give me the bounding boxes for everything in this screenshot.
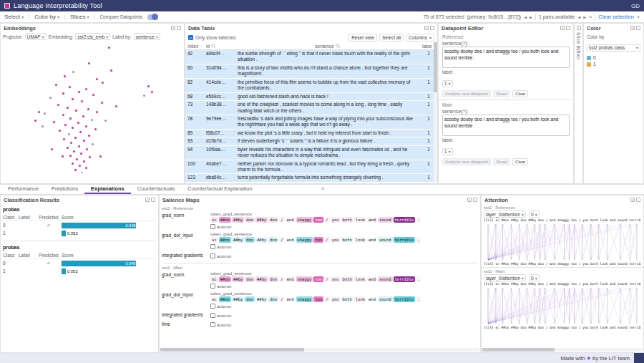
label-select[interactable]: 1 ▾ xyxy=(442,148,453,155)
analyze-datapoint-button[interactable]: Analyze new datapoint xyxy=(442,90,491,97)
scatter-point[interactable] xyxy=(92,143,94,145)
labelby-select[interactable]: sentence ▾ xyxy=(134,33,160,40)
token-chip[interactable]: shaggy xyxy=(296,237,313,243)
token-chip[interactable]: . xyxy=(416,217,421,223)
token-chip[interactable]: / xyxy=(279,296,284,302)
panel-resize-handle[interactable]: ≡ xyxy=(321,185,325,192)
compare-datapoints-toggle[interactable] xyxy=(147,14,158,20)
color-by-select[interactable]: sst2 probas class ▾ xyxy=(587,44,640,52)
token-chip[interactable]: sound xyxy=(378,296,393,302)
scatter-point[interactable] xyxy=(89,156,91,158)
scrollbar-thumb[interactable] xyxy=(160,348,304,352)
token-chip[interactable]: ##oo xyxy=(219,276,231,282)
color-by-menu[interactable]: Color by ▾ xyxy=(34,14,59,20)
clear-selection-button[interactable]: Clear selection xyxy=(598,14,634,20)
scatter-point[interactable] xyxy=(72,127,74,129)
token-chip[interactable]: sc xyxy=(210,237,218,243)
token-chip[interactable]: terrible xyxy=(394,237,416,243)
head-select[interactable]: 0 ▾ xyxy=(529,274,540,281)
only-show-selected-checkbox[interactable]: ✓ xyxy=(188,35,193,40)
scatter-point[interactable] xyxy=(75,110,77,112)
embedding-scatter[interactable] xyxy=(1,41,184,173)
token-chip[interactable]: doo xyxy=(268,237,278,243)
scatter-point[interactable] xyxy=(85,167,87,169)
table-row[interactable]: 789e79ee…fresnadillo 's dark and jolting… xyxy=(185,115,437,130)
popout-icon[interactable]: ↗ xyxy=(145,198,150,202)
table-row[interactable]: 42a9bc9f…the subtle strength of `` ellin… xyxy=(185,50,437,64)
token-chip[interactable]: too xyxy=(313,237,323,243)
token-chip[interactable]: doo xyxy=(245,296,255,302)
autorun-checkbox[interactable] xyxy=(210,284,215,289)
table-row[interactable]: 62414cde…the primitive force of this fil… xyxy=(185,79,437,93)
scatter-point[interactable] xyxy=(67,147,69,149)
token-chip[interactable]: both xyxy=(341,296,353,302)
maximize-icon[interactable] xyxy=(636,198,640,202)
token-chip[interactable]: and xyxy=(286,296,296,302)
scatter-point[interactable] xyxy=(62,92,64,95)
token-chip[interactable]: . xyxy=(416,276,421,282)
scatter-point[interactable] xyxy=(53,121,55,123)
prev-datapoint-icon[interactable]: ◀ xyxy=(524,15,527,19)
scatter-point[interactable] xyxy=(49,97,52,99)
maximize-icon[interactable] xyxy=(566,26,570,30)
scatter-point[interactable] xyxy=(69,117,72,120)
scatter-point[interactable] xyxy=(42,125,44,127)
scatter-point[interactable] xyxy=(72,163,74,165)
scatter-point[interactable] xyxy=(38,111,40,113)
table-row[interactable]: 10040abe7…neither parker nor donovan is … xyxy=(185,160,437,175)
scatter-point[interactable] xyxy=(74,137,77,139)
token-chip[interactable]: ##oo xyxy=(219,237,231,243)
scatter-point[interactable] xyxy=(151,91,153,93)
search-icon[interactable] xyxy=(211,44,216,49)
reset-button[interactable]: Reset xyxy=(493,90,510,97)
search-icon[interactable] xyxy=(200,44,202,49)
token-chip[interactable]: / xyxy=(324,217,329,223)
scatter-point[interactable] xyxy=(74,169,77,171)
token-chip[interactable]: you xyxy=(331,296,341,302)
token-chip[interactable]: / xyxy=(279,276,284,282)
token-chip[interactable]: doo xyxy=(245,217,255,223)
scatter-point[interactable] xyxy=(143,95,145,97)
token-chip[interactable]: ##by xyxy=(255,276,268,282)
select-all-button[interactable]: Select all xyxy=(379,34,404,42)
scatter-point[interactable] xyxy=(62,155,64,158)
table-scrollbar[interactable] xyxy=(434,42,437,182)
token-chip[interactable]: ##oo xyxy=(219,296,231,302)
token-chip[interactable]: terrible xyxy=(394,296,416,302)
scatter-point[interactable] xyxy=(73,150,75,153)
scatter-point[interactable] xyxy=(87,108,89,110)
popout-icon[interactable]: ↗ xyxy=(630,26,635,30)
token-chip[interactable]: / xyxy=(279,217,284,223)
token-chip[interactable]: and xyxy=(367,217,377,223)
token-chip[interactable]: ##by xyxy=(232,276,244,282)
scatter-point[interactable] xyxy=(79,131,82,133)
autorun-checkbox[interactable] xyxy=(210,322,215,327)
token-chip[interactable]: look xyxy=(354,217,366,223)
token-chip[interactable]: and xyxy=(367,276,377,282)
scatter-point[interactable] xyxy=(67,107,69,109)
next-pair-icon[interactable]: ▶ xyxy=(583,15,586,19)
token-chip[interactable]: / xyxy=(279,237,284,243)
search-icon[interactable] xyxy=(336,44,341,49)
token-chip[interactable]: ##by xyxy=(255,217,268,223)
scatter-point[interactable] xyxy=(64,75,66,77)
scatter-point[interactable] xyxy=(110,69,112,72)
layer-select[interactable]: layer_0/attention ▾ xyxy=(484,210,526,218)
popout-icon[interactable]: ↗ xyxy=(171,26,175,30)
scatter-point[interactable] xyxy=(81,172,83,173)
tab-counterfactual-explanation[interactable]: Counterfactual Explanation xyxy=(181,183,258,194)
scatter-point[interactable] xyxy=(86,148,88,150)
scatter-point[interactable] xyxy=(147,85,150,87)
scatter-point[interactable] xyxy=(88,135,90,137)
token-chip[interactable]: both xyxy=(341,237,353,243)
scatter-point[interactable] xyxy=(57,104,59,106)
scatter-point[interactable] xyxy=(104,120,107,122)
token-chip[interactable]: sc xyxy=(210,296,218,302)
token-chip[interactable]: sound xyxy=(378,237,393,243)
token-chip[interactable]: ##by xyxy=(232,296,244,302)
token-chip[interactable]: ##by xyxy=(232,217,244,223)
token-chip[interactable]: and xyxy=(286,217,296,223)
scatter-point[interactable] xyxy=(82,115,84,117)
token-chip[interactable]: you xyxy=(331,276,341,282)
token-chip[interactable]: doo xyxy=(268,296,278,302)
